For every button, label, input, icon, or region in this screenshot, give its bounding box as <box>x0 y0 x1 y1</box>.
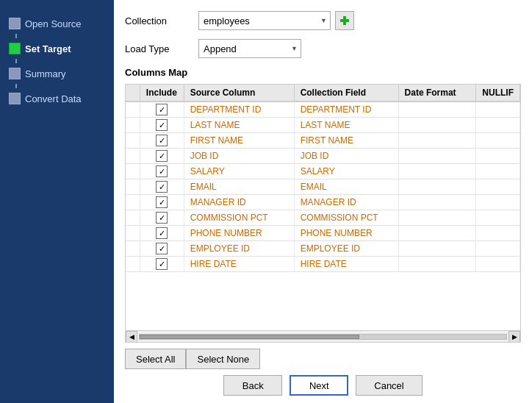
source-column: FIRST NAME <box>184 133 294 149</box>
include-cell[interactable]: ✓ <box>140 210 184 226</box>
nav-buttons-group: Back Next Cancel <box>125 375 521 396</box>
sidebar-item-summary[interactable]: Summary <box>0 63 114 84</box>
collection-field: HIRE DATE <box>294 257 398 272</box>
nullif-value <box>476 241 520 257</box>
row-number <box>126 257 140 272</box>
collection-field: DEPARTMENT ID <box>294 101 398 118</box>
table-row: ✓SALARYSALARY <box>126 164 520 179</box>
nullif-value <box>476 179 520 195</box>
source-column: HIRE DATE <box>184 257 294 272</box>
checkbox[interactable]: ✓ <box>156 258 168 270</box>
include-cell[interactable]: ✓ <box>140 226 184 241</box>
source-column: PHONE NUMBER <box>184 226 294 241</box>
include-cell[interactable]: ✓ <box>140 195 184 210</box>
scrollbar-inner <box>139 334 507 340</box>
source-column: EMAIL <box>184 179 294 195</box>
source-column: DEPARTMENT ID <box>184 101 294 118</box>
row-number <box>126 241 140 257</box>
nullif-value <box>476 257 520 272</box>
date-format <box>398 149 476 164</box>
include-cell[interactable]: ✓ <box>140 149 184 164</box>
collection-field: JOB ID <box>294 149 398 164</box>
date-format <box>398 257 476 272</box>
sidebar-item-open-source[interactable]: Open Source <box>0 13 114 34</box>
bottom-area: Select All Select None Back Next Cancel <box>125 349 521 396</box>
source-column: SALARY <box>184 164 294 179</box>
nullif-value <box>476 210 520 226</box>
collection-field: SALARY <box>294 164 398 179</box>
checkbox[interactable]: ✓ <box>156 150 168 162</box>
select-buttons-group: Select All Select None <box>125 349 521 369</box>
include-cell[interactable]: ✓ <box>140 133 184 149</box>
table-row: ✓MANAGER IDMANAGER ID <box>126 195 520 210</box>
table-row: ✓EMAILEMAIL <box>126 179 520 195</box>
col-header-field: Collection Field <box>294 85 398 101</box>
loadtype-select[interactable]: Append Replace Upsert <box>198 39 301 58</box>
cancel-button[interactable]: Cancel <box>356 375 422 396</box>
nullif-value <box>476 149 520 164</box>
columns-map-table: Include Source Column Collection Field D… <box>126 85 520 272</box>
checkbox[interactable]: ✓ <box>156 135 168 146</box>
nullif-value <box>476 164 520 179</box>
include-cell[interactable]: ✓ <box>140 241 184 257</box>
table-row: ✓DEPARTMENT IDDEPARTMENT ID <box>126 101 520 118</box>
scroll-left-arrow[interactable]: ◀ <box>126 331 137 343</box>
collection-add-button[interactable] <box>335 11 354 30</box>
include-cell[interactable]: ✓ <box>140 164 184 179</box>
nullif-value <box>476 133 520 149</box>
include-cell[interactable]: ✓ <box>140 257 184 272</box>
main-content: Collection employees Load Type Append Re… <box>114 0 532 403</box>
table-row: ✓PHONE NUMBERPHONE NUMBER <box>126 226 520 241</box>
loadtype-row: Load Type Append Replace Upsert <box>125 39 521 58</box>
nullif-value <box>476 195 520 210</box>
open-source-icon <box>9 18 21 29</box>
sidebar-item-label: Set Target <box>25 43 71 54</box>
sidebar-item-convert-data[interactable]: Convert Data <box>0 88 114 109</box>
collection-row: Collection employees <box>125 11 521 30</box>
col-header-date: Date Format <box>398 85 476 101</box>
columns-map-table-container: Include Source Column Collection Field D… <box>125 84 521 343</box>
collection-field: COMMISSION PCT <box>294 210 398 226</box>
row-number <box>126 164 140 179</box>
include-cell[interactable]: ✓ <box>140 118 184 133</box>
checkbox[interactable]: ✓ <box>156 181 168 193</box>
set-target-icon <box>9 43 21 54</box>
collection-select[interactable]: employees <box>198 11 331 30</box>
date-format <box>398 195 476 210</box>
table-row: ✓LAST NAMELAST NAME <box>126 118 520 133</box>
col-header-empty <box>126 85 140 101</box>
select-all-button[interactable]: Select All <box>125 349 186 369</box>
checkbox[interactable]: ✓ <box>156 119 168 131</box>
collection-label: Collection <box>125 15 198 26</box>
nullif-value <box>476 118 520 133</box>
source-column: LAST NAME <box>184 118 294 133</box>
collection-field: PHONE NUMBER <box>294 226 398 241</box>
include-cell[interactable]: ✓ <box>140 179 184 195</box>
horizontal-scrollbar[interactable]: ◀ ▶ <box>126 330 520 342</box>
table-header-row: Include Source Column Collection Field D… <box>126 85 520 101</box>
checkbox[interactable]: ✓ <box>156 196 168 208</box>
select-none-button[interactable]: Select None <box>186 349 260 369</box>
scrollbar-track[interactable] <box>137 332 508 341</box>
include-cell[interactable]: ✓ <box>140 101 184 118</box>
next-button[interactable]: Next <box>290 375 348 396</box>
checkbox[interactable]: ✓ <box>156 243 168 254</box>
back-button[interactable]: Back <box>223 375 282 396</box>
add-icon <box>339 15 350 26</box>
nullif-value <box>476 226 520 241</box>
checkbox[interactable]: ✓ <box>156 165 168 177</box>
table-row: ✓EMPLOYEE IDEMPLOYEE ID <box>126 241 520 257</box>
row-number <box>126 210 140 226</box>
col-header-nullif: NULLIF <box>476 85 520 101</box>
date-format <box>398 226 476 241</box>
table-row: ✓JOB IDJOB ID <box>126 149 520 164</box>
date-format <box>398 164 476 179</box>
checkbox[interactable]: ✓ <box>156 212 168 224</box>
table-scroll-area[interactable]: Include Source Column Collection Field D… <box>126 85 520 330</box>
sidebar-item-set-target[interactable]: Set Target <box>0 38 114 59</box>
scroll-right-arrow[interactable]: ▶ <box>508 331 520 343</box>
checkbox[interactable]: ✓ <box>156 227 168 239</box>
checkbox[interactable]: ✓ <box>156 104 168 115</box>
date-format <box>398 133 476 149</box>
row-number <box>126 118 140 133</box>
